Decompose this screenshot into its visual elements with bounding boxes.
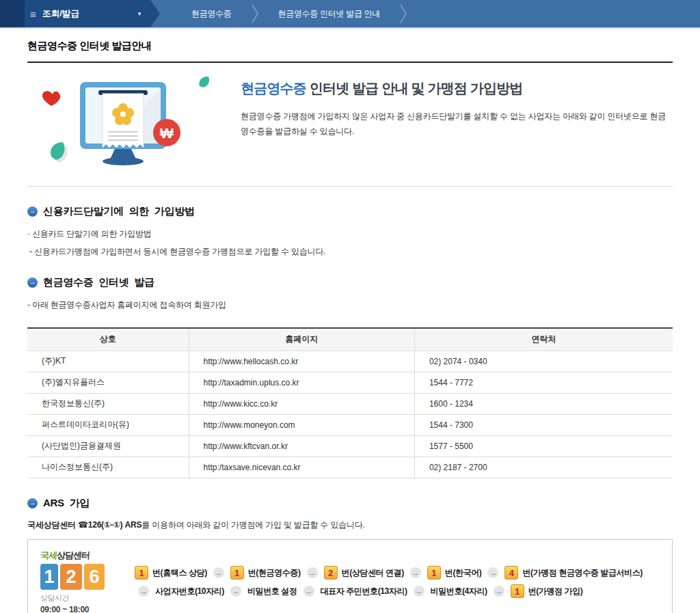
breadcrumb-separator-icon	[399, 3, 407, 24]
menu-dropdown-label: 조회/발급	[42, 8, 79, 20]
cash-receipt-illustration: ₩	[36, 72, 241, 175]
hours-value: 09:00 ~ 18:00	[40, 605, 118, 613]
hamburger-icon: ≡	[30, 8, 36, 20]
issuer-name-cell: 퍼스트데이타코리아(유)	[27, 414, 189, 435]
issuer-homepage-cell: http://www.kicc.co.kr	[189, 393, 414, 414]
column-header: 홈페이지	[189, 328, 414, 351]
issuer-phone-cell: 1544 - 7772	[414, 372, 673, 393]
page-title-block: 현금영수증 인터넷 발급안내	[27, 29, 673, 63]
table-row: 퍼스트데이타코리아(유)http://www.moneyon.com1544 -…	[27, 414, 673, 435]
issuer-homepage-cell: http://www.hellocash.co.kr	[189, 351, 414, 372]
step-number-badge: 1	[230, 566, 244, 580]
arrow-right-icon: →	[410, 567, 421, 578]
ars-intro-bold: 국세상담센터 ☎126(①-①) ARS	[27, 520, 142, 530]
top-navigation-bar: ≡ 조회/발급 ▼ 현금영수증 현금영수증 인터넷 발급 안내	[0, 0, 700, 29]
breadcrumb-item-cash-receipt[interactable]: 현금영수증	[172, 8, 251, 20]
ars-steps: 1번(홈택스 상담)→1번(현금영수증)→2번(상담센터 연결)→1번(한국어)…	[133, 561, 662, 603]
step-label: 번(홈택스 상담)	[152, 567, 207, 579]
step-number-badge: 1	[135, 566, 148, 580]
section-title: ARS 가입	[43, 497, 90, 510]
step-number-badge: 4	[504, 566, 518, 580]
table-row: 나이스정보통신(주)http:/taxsave.nicevan.co.kr02)…	[27, 457, 673, 478]
section-internet-issue-heading: → 현금영수증 인터넷 발급	[27, 276, 673, 289]
ars-step: 4번(가맹점 현금영수증 발급서비스)	[504, 566, 642, 580]
ars-step: 1번(현금영수증)	[230, 566, 301, 580]
ars-step: 비밀번호 설정	[247, 586, 297, 597]
table-row: (주)KThttp://www.hellocash.co.kr02) 2074 …	[27, 351, 673, 372]
arrow-circle-icon: →	[27, 277, 38, 288]
arrow-right-icon: →	[307, 567, 318, 578]
step-label: 비밀번호(4자리)	[431, 586, 487, 597]
issuer-phone-cell: 02) 2187 - 2700	[414, 457, 673, 478]
menu-dropdown[interactable]: ≡ 조회/발급 ▼	[25, 0, 160, 27]
ars-step: 비밀번호(4자리)	[431, 586, 487, 597]
issuer-homepage-cell: http://www.moneyon.com	[189, 414, 414, 435]
table-row: (주)엘지유플러스http://taxadmin.uplus.co.kr1544…	[27, 372, 673, 393]
table-row: (사단법인)금융결제원http://www.kftcvan.or.kr1577 …	[27, 435, 673, 457]
hero-description: 현금영수증 가맹점에 가입하지 않은 사업자 중 신용카드단말기를 설치할 수 …	[241, 109, 673, 139]
svg-text:₩: ₩	[160, 125, 174, 141]
section-title: 신용카드단말기에 의한 가입방법	[43, 205, 195, 218]
section-ars-heading: → ARS 가입	[27, 497, 673, 510]
issuer-phone-cell: 1577 - 5500	[414, 435, 673, 457]
logo-title: 국세상담센터	[40, 549, 118, 562]
section-card-terminal-heading: → 신용카드단말기에 의한 가입방법	[27, 205, 673, 218]
internet-issue-line1: - 아래 현금영수증사업자 홈페이지에 접속하여 회원가입	[27, 299, 673, 311]
table-row: 한국정보통신(주)http://www.kicc.co.kr1600 - 123…	[27, 393, 673, 414]
issuer-phone-cell: 1544 - 7300	[414, 414, 673, 435]
step-number-badge: 1	[427, 566, 441, 580]
issuer-phone-cell: 02) 2074 - 0340	[414, 351, 673, 372]
ars-step: 2번(상담센터 연결)	[324, 566, 404, 580]
arrow-right-icon: →	[138, 586, 149, 597]
hero-heading-highlight: 현금영수증	[241, 81, 306, 96]
step-label: 사업자번호(10자리)	[155, 586, 224, 597]
step-label: 비밀번호 설정	[247, 586, 297, 597]
issuer-homepage-cell: http://taxadmin.uplus.co.kr	[189, 372, 414, 393]
ars-intro: 국세상담센터 ☎126(①-①) ARS를 이용하여 아래와 같이 가맹점에 가…	[27, 519, 673, 531]
chevron-down-icon: ▼	[137, 11, 142, 17]
card-terminal-line1: · 신용카드 단말기에 의한 가입방법	[27, 228, 673, 240]
step-label: 번(가맹점 가입)	[528, 586, 583, 597]
issuer-table: 상호홈페이지연락처 (주)KThttp://www.hellocash.co.k…	[27, 327, 673, 478]
call-center-126-logo: 국세상담센터 1 2 6 상담시간 09:00 ~ 18:00	[38, 549, 118, 613]
logo-title-dark: 상담센터	[57, 550, 90, 560]
breadcrumb-separator-icon	[251, 3, 259, 24]
nav-left-strip	[0, 0, 25, 27]
issuer-homepage-cell: http://www.kftcvan.or.kr	[189, 435, 414, 457]
ars-step: 1번(홈택스 상담)	[135, 566, 207, 580]
column-header: 연락처	[414, 328, 673, 351]
logo-digits: 1 2 6	[40, 564, 118, 590]
step-number-badge: 2	[324, 566, 338, 580]
step-label: 번(가맹점 현금영수증 발급서비스)	[522, 567, 642, 579]
hero-section: ₩ 현금영수증 인터넷 발급 안내 및 가맹점 가입방법 현금영수증 가맹점에 …	[27, 63, 673, 187]
issuer-name-cell: 한국정보통신(주)	[27, 393, 189, 414]
issuer-name-cell: (주)KT	[27, 351, 189, 372]
logo-digit-1: 1	[40, 564, 58, 590]
issuer-homepage-cell: http:/taxsave.nicevan.co.kr	[189, 457, 414, 478]
ars-step: 사업자번호(10자리)	[155, 586, 224, 597]
issuer-name-cell: 나이스정보통신(주)	[27, 457, 189, 478]
arrow-right-icon: →	[494, 586, 504, 597]
ars-steps-line1: 1번(홈택스 상담)→1번(현금영수증)→2번(상담센터 연결)→1번(한국어)…	[133, 566, 662, 580]
issuer-phone-cell: 1600 - 1234	[414, 393, 673, 414]
step-label: 번(상담센터 연결)	[342, 567, 404, 579]
logo-digit-2: 2	[60, 564, 82, 590]
hero-heading: 현금영수증 인터넷 발급 안내 및 가맹점 가입방법	[241, 79, 673, 98]
ars-intro-rest: 를 이용하여 아래와 같이 가맹점에 가입 및 발급할 수 있습니다.	[142, 520, 364, 530]
breadcrumb-item-internet-issue-guide[interactable]: 현금영수증 인터넷 발급 안내	[259, 8, 400, 20]
ars-steps-line2: →사업자번호(10자리)→비밀번호 설정→대표자 주민번호(13자리)→비밀번호…	[133, 584, 662, 598]
arrow-circle-icon: →	[27, 206, 38, 217]
logo-digit-6: 6	[84, 564, 105, 590]
step-label: 번(현금영수증)	[248, 567, 301, 579]
step-label: 번(한국어)	[445, 567, 482, 579]
arrow-right-icon: →	[304, 586, 314, 597]
arrow-right-icon: →	[230, 586, 241, 597]
issuer-name-cell: (주)엘지유플러스	[27, 372, 189, 393]
section-title: 현금영수증 인터넷 발급	[43, 276, 154, 289]
step-number-badge: 1	[511, 584, 524, 598]
issuer-name-cell: (사단법인)금융결제원	[27, 435, 189, 457]
ars-step: 대표자 주민번호(13자리)	[321, 586, 407, 597]
table-header-row: 상호홈페이지연락처	[27, 328, 673, 351]
issuer-table-body: (주)KThttp://www.hellocash.co.kr02) 2074 …	[27, 351, 673, 478]
hero-heading-rest: 인터넷 발급 안내 및 가맹점 가입방법	[306, 81, 523, 96]
